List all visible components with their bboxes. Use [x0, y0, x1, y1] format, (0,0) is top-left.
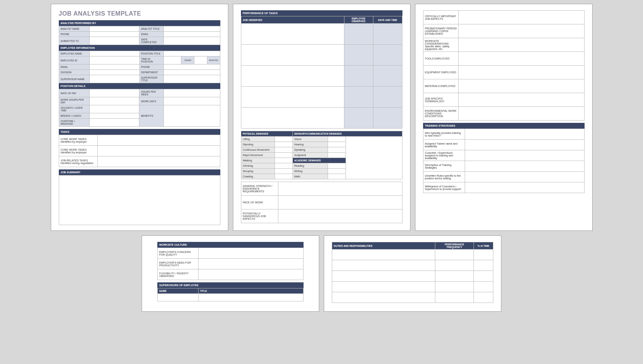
label-lifting: Lifting	[241, 137, 275, 142]
field-duty-1[interactable]	[332, 250, 435, 260]
field-terminology[interactable]	[459, 93, 584, 107]
field-sup-title-1[interactable]	[198, 294, 303, 301]
field-job-observed-2[interactable]	[241, 45, 344, 66]
field-pct-1[interactable]	[474, 250, 493, 260]
label-pace-work: PACE OF WORK	[241, 196, 278, 209]
field-willingness[interactable]	[465, 182, 584, 193]
field-freq-3[interactable]	[435, 271, 474, 282]
field-date-4[interactable]	[373, 87, 402, 108]
field-department[interactable]	[163, 70, 220, 75]
field-emp-observed-5[interactable]	[344, 108, 373, 129]
field-tools[interactable]	[459, 52, 584, 66]
field-coworker-training[interactable]	[465, 150, 584, 161]
field-division[interactable]	[89, 70, 139, 75]
field-unwritten-rules[interactable]	[465, 172, 584, 182]
field-date-1[interactable]	[373, 24, 402, 45]
field-job-observed-5[interactable]	[241, 108, 344, 129]
field-standing[interactable]	[275, 142, 292, 147]
field-probationary[interactable]	[459, 24, 584, 38]
field-training-desc[interactable]	[465, 161, 584, 172]
field-duty-5[interactable]	[332, 292, 435, 303]
field-date-completed[interactable]	[163, 37, 220, 45]
field-judgment[interactable]	[328, 153, 346, 158]
field-core-tasks-1[interactable]	[97, 135, 220, 146]
field-pct-2[interactable]	[474, 260, 493, 271]
field-emp-observed-4[interactable]	[344, 87, 373, 108]
field-breaks[interactable]	[89, 113, 139, 119]
field-pct-3[interactable]	[474, 271, 493, 282]
field-dangerous[interactable]	[278, 209, 402, 223]
field-pct-4[interactable]	[474, 282, 493, 292]
field-strength-req[interactable]	[278, 182, 402, 196]
field-email2[interactable]	[89, 64, 139, 70]
field-freq-2[interactable]	[435, 260, 474, 271]
field-emp-observed-2[interactable]	[344, 45, 373, 66]
field-supervisor-name[interactable]	[89, 75, 139, 83]
field-freq-1[interactable]	[435, 250, 474, 260]
field-submitted-to[interactable]	[89, 37, 139, 45]
field-phone[interactable]	[89, 32, 139, 37]
field-sup-name-1[interactable]	[158, 294, 199, 301]
field-years[interactable]	[163, 56, 181, 64]
field-analyst-title[interactable]	[163, 26, 220, 32]
field-core-tasks-2[interactable]	[97, 146, 220, 156]
field-holidays[interactable]	[89, 105, 139, 113]
field-trainer-name[interactable]	[465, 140, 584, 150]
field-rapid-movement[interactable]	[275, 153, 292, 158]
field-worksite-considerations[interactable]	[459, 38, 584, 52]
field-duty-4[interactable]	[332, 282, 435, 292]
field-emp-observed-1[interactable]	[344, 24, 373, 45]
field-phone2[interactable]	[163, 64, 220, 70]
field-work-hours-day[interactable]	[89, 97, 139, 105]
field-pct-5[interactable]	[474, 292, 493, 303]
label-reading: Reading	[292, 163, 328, 169]
field-cont-movement[interactable]	[275, 147, 292, 153]
field-job-observed-1[interactable]	[241, 24, 344, 45]
field-employee-id[interactable]	[89, 56, 139, 64]
field-benefits[interactable]	[163, 105, 220, 127]
field-who-trains[interactable]	[465, 129, 584, 140]
field-need-productivity[interactable]	[198, 259, 303, 269]
field-lifting[interactable]	[275, 137, 292, 142]
field-job-observed-3[interactable]	[241, 66, 344, 87]
field-vision[interactable]	[328, 137, 346, 142]
field-pace-work[interactable]	[278, 196, 402, 209]
field-date-3[interactable]	[373, 66, 402, 87]
field-months[interactable]	[194, 56, 207, 64]
field-job-related-tasks[interactable]	[97, 156, 220, 167]
field-hearing[interactable]	[328, 142, 346, 147]
field-materials[interactable]	[459, 79, 584, 93]
field-concern-quality[interactable]	[198, 248, 303, 259]
field-freq-5[interactable]	[435, 292, 474, 303]
field-employee-name[interactable]	[89, 51, 139, 56]
field-date-2[interactable]	[373, 45, 402, 66]
field-duty-2[interactable]	[332, 260, 435, 271]
field-equipment[interactable]	[459, 66, 584, 79]
field-walking[interactable]	[275, 158, 292, 163]
field-reading[interactable]	[328, 163, 346, 169]
field-emp-observed-3[interactable]	[344, 66, 373, 87]
field-rate-of-pay[interactable]	[89, 89, 139, 97]
field-stooping[interactable]	[275, 169, 292, 174]
field-writing[interactable]	[328, 169, 346, 174]
field-freq-4[interactable]	[435, 282, 474, 292]
field-crawling[interactable]	[275, 174, 292, 179]
field-speaking[interactable]	[328, 147, 346, 153]
field-job-summary[interactable]	[59, 176, 220, 225]
field-work-days[interactable]	[163, 97, 220, 105]
field-date-5[interactable]	[373, 108, 402, 129]
field-overtime[interactable]	[89, 119, 139, 127]
field-hours-per-week[interactable]	[163, 89, 220, 97]
field-flexibility[interactable]	[198, 269, 303, 280]
template-page-2: PERFORMANCE OF TASKS JOB OBSERVED EMPLOY…	[233, 4, 410, 231]
field-math[interactable]	[328, 174, 346, 179]
field-supervisor-title[interactable]	[163, 75, 220, 83]
field-critical-aspects[interactable]	[459, 11, 584, 24]
field-email[interactable]	[163, 32, 220, 37]
field-env-conditions[interactable]	[459, 107, 584, 121]
field-job-observed-4[interactable]	[241, 87, 344, 108]
field-duty-3[interactable]	[332, 271, 435, 282]
field-analyst-name[interactable]	[89, 26, 139, 32]
field-position-title[interactable]	[163, 51, 220, 56]
field-climbing[interactable]	[275, 163, 292, 169]
